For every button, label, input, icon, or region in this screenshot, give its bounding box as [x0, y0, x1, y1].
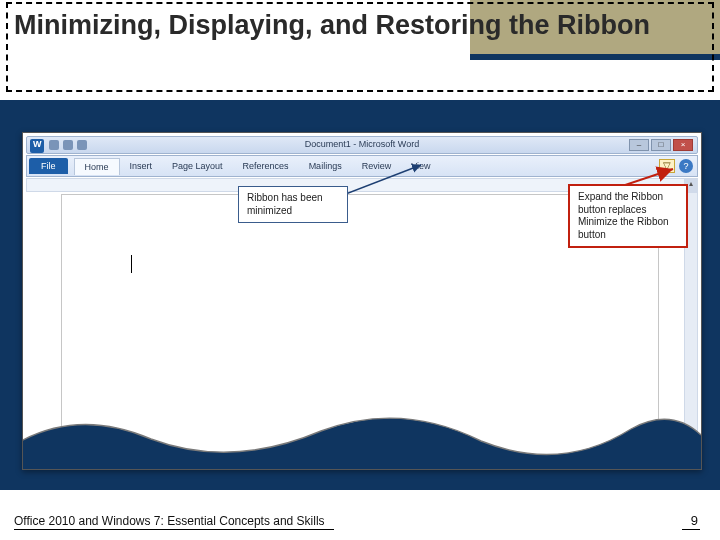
slide-footer: Office 2010 and Windows 7: Essential Con…: [0, 496, 720, 540]
maximize-window-button[interactable]: □: [651, 139, 671, 151]
window-controls: – □ ×: [629, 139, 693, 151]
close-window-button[interactable]: ×: [673, 139, 693, 151]
word-screenshot: Document1 - Microsoft Word – □ × File Ho…: [22, 132, 702, 470]
word-app-icon: [30, 139, 44, 153]
header-band: Minimizing, Displaying, and Restoring th…: [0, 0, 720, 100]
window-title: Document1 - Microsoft Word: [305, 139, 419, 149]
footer-text: Office 2010 and Windows 7: Essential Con…: [14, 514, 325, 528]
slide-title: Minimizing, Displaying, and Restoring th…: [14, 8, 706, 43]
qat-redo-icon[interactable]: [77, 140, 87, 150]
qat-save-icon[interactable]: [49, 140, 59, 150]
callout-expand-ribbon: Expand the Ribbon button replaces Minimi…: [568, 184, 688, 248]
tab-insert[interactable]: Insert: [120, 158, 163, 174]
file-tab[interactable]: File: [29, 158, 68, 174]
callout-ribbon-minimized: Ribbon has been minimized: [238, 186, 348, 223]
tab-page-layout[interactable]: Page Layout: [162, 158, 233, 174]
quick-access-toolbar: Document1 - Microsoft Word – □ ×: [26, 136, 698, 154]
slide-number: 9: [691, 513, 698, 528]
torn-edge: [23, 401, 701, 469]
qat-undo-icon[interactable]: [63, 140, 73, 150]
qat-icon-group: [49, 140, 87, 150]
tab-references[interactable]: References: [233, 158, 299, 174]
callout-arrow-minimized: [343, 161, 433, 197]
svg-line-0: [343, 165, 421, 195]
text-cursor: [131, 255, 132, 273]
tab-home[interactable]: Home: [74, 158, 120, 175]
minimize-window-button[interactable]: –: [629, 139, 649, 151]
